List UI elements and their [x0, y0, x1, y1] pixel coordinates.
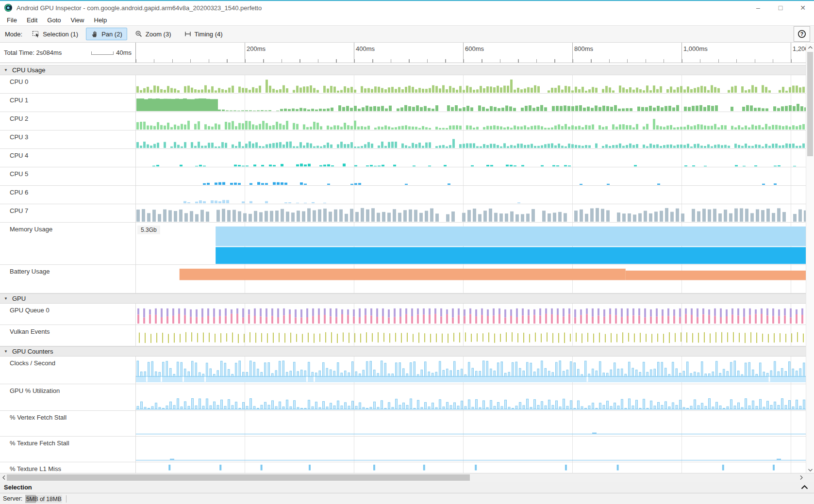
vertical-scroll-thumb[interactable] — [807, 52, 813, 156]
selection-panel-header: Selection — [0, 482, 814, 493]
track-row-cpu-7: CPU 7 — [0, 204, 806, 223]
menu-item-edit[interactable]: Edit — [22, 16, 42, 25]
track-label-gpu-queue-0: GPU Queue 0 — [0, 304, 136, 325]
track-label-cpu-0: CPU 0 — [0, 75, 136, 93]
collapse-triangle-icon: ▼ — [4, 349, 8, 354]
track-label-texture-fetch-stall: % Texture Fetch Stall — [0, 437, 136, 462]
minimize-button[interactable]: – — [747, 1, 769, 15]
section-header-gpu[interactable]: ▼GPU — [0, 293, 806, 304]
mode-button-label: Selection (1) — [43, 31, 78, 38]
track-chart-cpu-0[interactable] — [136, 75, 806, 93]
track-row-cpu-0: CPU 0 — [0, 75, 806, 94]
track-label-clocks-second: Clocks / Second — [0, 357, 136, 384]
menu-item-goto[interactable]: Goto — [42, 16, 66, 25]
section-header-gpu-counters[interactable]: ▼GPU Counters — [0, 346, 806, 357]
track-chart-clocks-second[interactable] — [136, 357, 806, 384]
scale-indicator: 40ms — [91, 49, 132, 56]
ruler-tick-label: 1,000ms — [683, 45, 708, 52]
scale-value: 40ms — [116, 49, 132, 56]
track-chart-cpu-2[interactable] — [136, 112, 806, 130]
track-label-vertex-fetch-stall: % Vertex Fetch Stall — [0, 411, 136, 436]
track-label-texture-l1-miss: % Texture L1 Miss — [0, 462, 136, 473]
close-button[interactable]: ✕ — [792, 1, 814, 15]
track-chart-gpu-queue-0[interactable] — [136, 304, 806, 325]
ruler-minor-ticks — [136, 59, 806, 63]
track-label-vulkan-events: Vulkan Events — [0, 325, 136, 346]
track-label-cpu-3: CPU 3 — [0, 130, 136, 148]
section-label: CPU Usage — [12, 66, 46, 74]
maximize-button[interactable]: □ — [769, 1, 792, 15]
section-label: GPU Counters — [12, 348, 53, 355]
track-label-cpu-5: CPU 5 — [0, 167, 136, 185]
app-icon — [4, 3, 13, 12]
expand-panel-chevron-icon[interactable] — [801, 485, 808, 489]
app-window: Android GPU Inspector - com.google.andro… — [0, 0, 814, 504]
ruler-tick-label: 200ms — [247, 45, 266, 52]
track-chart-cpu-7[interactable] — [136, 204, 806, 222]
timing-icon — [184, 30, 192, 38]
pan-2-button[interactable]: Pan (2) — [86, 28, 127, 40]
track-row-cpu-1: CPU 1 — [0, 94, 806, 112]
mode-label: Mode: — [5, 31, 22, 38]
track-row-cpu-5: CPU 5 — [0, 167, 806, 186]
ruler-scale[interactable]: 200ms400ms600ms800ms1,000ms1,200ms — [136, 43, 806, 63]
scroll-right-icon[interactable] — [797, 473, 805, 482]
memory-value-badge: 5.3Gb — [137, 226, 160, 234]
section-label: GPU — [12, 295, 26, 302]
scroll-up-icon[interactable] — [806, 44, 814, 51]
ruler-tick-label: 400ms — [356, 45, 375, 52]
status-separator — [66, 495, 66, 503]
track-row-vulkan-events: Vulkan Events — [0, 325, 806, 346]
selection-1-button[interactable]: Selection (1) — [27, 28, 83, 40]
track-chart-battery-usage[interactable] — [136, 265, 806, 293]
track-chart-cpu-4[interactable] — [136, 149, 806, 167]
track-chart-memory-usage[interactable]: 5.3Gb — [136, 223, 806, 264]
track-row-gpu-queue-0: GPU Queue 0 — [0, 304, 806, 325]
track-label-cpu-2: CPU 2 — [0, 112, 136, 130]
track-chart-texture-fetch-stall[interactable] — [136, 437, 806, 462]
track-chart-vulkan-events[interactable] — [136, 325, 806, 346]
mode-button-label: Pan (2) — [101, 31, 122, 38]
server-memory-progress: 5MB of 18MB — [25, 495, 62, 503]
track-chart-cpu-6[interactable] — [136, 186, 806, 204]
menu-bar: FileEditGotoViewHelp — [0, 15, 814, 25]
track-row-gpu-utilization: GPU % Utilization — [0, 384, 806, 411]
ruler-tick-label: 1,200ms — [793, 45, 806, 52]
track-row-texture-l1-miss: % Texture L1 Miss — [0, 462, 806, 473]
horizontal-scrollbar[interactable] — [0, 473, 814, 482]
vertical-scrollbar[interactable] — [806, 44, 814, 474]
section-header-cpu-usage[interactable]: ▼CPU Usage — [0, 65, 806, 75]
track-row-clocks-second: Clocks / Second — [0, 357, 806, 384]
menu-item-file[interactable]: File — [2, 16, 22, 25]
timing-4-button[interactable]: Timing (4) — [179, 28, 228, 40]
track-row-cpu-3: CPU 3 — [0, 130, 806, 149]
ruler-tick-label: 800ms — [574, 45, 593, 52]
selection-icon — [32, 30, 40, 38]
track-chart-cpu-5[interactable] — [136, 167, 806, 185]
track-label-gpu-utilization: GPU % Utilization — [0, 384, 136, 410]
track-chart-cpu-1[interactable] — [136, 94, 806, 112]
menu-item-view[interactable]: View — [66, 16, 89, 25]
mode-buttons: Selection (1)Pan (2)Zoom (3)Timing (4) — [27, 28, 227, 40]
menu-item-help[interactable]: Help — [89, 16, 112, 25]
track-chart-gpu-utilization[interactable] — [136, 384, 806, 410]
zoom-3-button[interactable]: Zoom (3) — [130, 28, 176, 40]
track-label-battery-usage: Battery Usage — [0, 265, 136, 293]
horizontal-scroll-thumb[interactable] — [7, 474, 470, 481]
track-chart-cpu-3[interactable] — [136, 130, 806, 148]
track-label-cpu-6: CPU 6 — [0, 186, 136, 204]
track-row-battery-usage: Battery Usage — [0, 265, 806, 293]
track-row-vertex-fetch-stall: % Vertex Fetch Stall — [0, 411, 806, 437]
zoom-icon — [135, 30, 143, 38]
track-label-memory-usage: Memory Usage — [0, 223, 136, 264]
window-title: Android GPU Inspector - com.google.andro… — [17, 4, 262, 12]
track-row-cpu-4: CPU 4 — [0, 149, 806, 167]
ruler-summary: Total Time: 2s084ms 40ms — [0, 43, 136, 63]
track-chart-vertex-fetch-stall[interactable] — [136, 411, 806, 436]
mode-button-label: Zoom (3) — [146, 31, 171, 38]
collapse-triangle-icon: ▼ — [4, 68, 8, 72]
help-icon: ? — [797, 29, 807, 39]
status-bar: Server: 5MB of 18MB — [0, 493, 814, 504]
help-button[interactable]: ? — [794, 26, 810, 42]
track-chart-texture-l1-miss[interactable] — [136, 462, 806, 473]
